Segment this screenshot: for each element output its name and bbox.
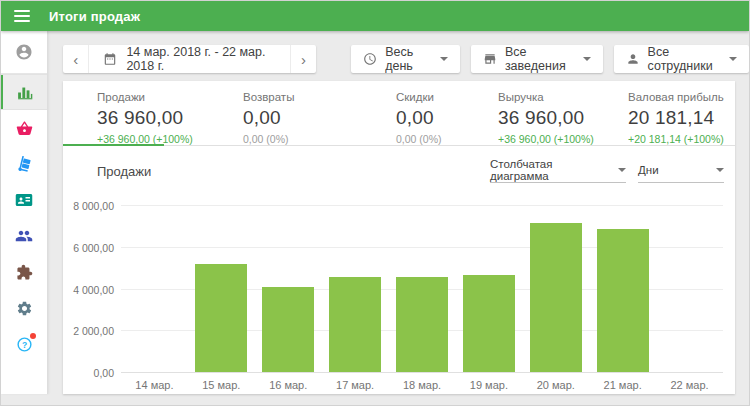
stat-tab-label: Выручка [498, 91, 594, 103]
x-axis-tick-label: 17 мар. [322, 379, 389, 391]
stat-tab-delta: +36 960,00 (+100%) [498, 133, 594, 145]
stat-tab-label: Продажи [97, 91, 209, 103]
prev-period-button[interactable]: ‹ [63, 45, 88, 73]
stat-tab-0[interactable]: Продажи36 960,00+36 960,00 (+100%) [63, 81, 209, 145]
y-axis-tick-label: 2 000,00 [63, 325, 114, 337]
stat-tab-label: Валовая прибыль [628, 91, 735, 103]
stat-tab-delta: +20 181,14 (+100%) [628, 133, 735, 145]
sidebar-item-warehouse[interactable] [1, 146, 47, 182]
employee-filter-label: Все сотрудники [648, 45, 720, 73]
contact-card-icon [15, 191, 33, 209]
person-icon [626, 52, 648, 66]
report-card: Продажи36 960,00+36 960,00 (+100%)Возвра… [63, 81, 735, 394]
stat-tab-1[interactable]: Возвраты0,000,00 (0%) [209, 81, 362, 145]
stat-tab-value: 36 960,00 [498, 107, 594, 129]
stat-tab-delta: 0,00 (0%) [243, 133, 362, 145]
sidebar-item-account[interactable] [1, 31, 47, 74]
filters-toolbar: ‹ 14 мар. 2018 г. - 22 мар. 2018 г. › Ве… [63, 45, 749, 73]
puzzle-icon [15, 263, 33, 281]
notification-badge [30, 333, 36, 339]
time-filter-dropdown[interactable]: Весь день [351, 45, 460, 73]
chart-bar-7 [597, 229, 649, 372]
chart-type-select[interactable]: Столбчатая диаграмма [490, 159, 626, 183]
chevron-down-icon [716, 168, 724, 172]
sidebar-item-settings[interactable] [1, 290, 47, 326]
chart-title: Продажи [97, 164, 151, 179]
chart-bar-1 [195, 264, 247, 372]
basket-icon [15, 119, 33, 137]
stat-tab-4[interactable]: Валовая прибыль20 181,14+20 181,14 (+100… [594, 81, 735, 145]
stat-tab-delta: 0,00 (0%) [396, 133, 464, 145]
venue-filter-label: Все заведения [505, 45, 574, 73]
gear-icon [15, 299, 33, 317]
stat-tab-label: Скидки [396, 91, 464, 103]
chart-bar-6 [530, 223, 582, 372]
chart-bar-4 [396, 277, 448, 372]
bar-chart-icon [15, 83, 33, 101]
x-axis-tick-label: 22 мар. [656, 379, 723, 391]
hand-truck-icon [15, 155, 33, 173]
sidebar-item-staff[interactable] [1, 218, 47, 254]
chevron-down-icon [618, 168, 626, 172]
svg-text:?: ? [21, 339, 26, 349]
page-title: Итоги продаж [49, 9, 140, 24]
x-axis-tick-label: 21 мар. [589, 379, 656, 391]
chevron-down-icon [583, 57, 591, 61]
x-axis-tick-label: 20 мар. [522, 379, 589, 391]
date-range-group: ‹ 14 мар. 2018 г. - 22 мар. 2018 г. › [63, 45, 316, 73]
sidebar: ? [1, 31, 48, 394]
sidebar-item-help[interactable]: ? [1, 326, 47, 362]
chart-bar-2 [262, 287, 314, 372]
stat-tab-label: Возвраты [243, 91, 362, 103]
stat-tab-value: 0,00 [396, 107, 464, 129]
x-axis-tick-label: 15 мар. [188, 379, 255, 391]
stat-tab-2[interactable]: Скидки0,000,00 (0%) [362, 81, 464, 145]
app-header: Итоги продаж [1, 1, 749, 31]
chart-bar-5 [463, 275, 515, 372]
store-icon [483, 52, 505, 66]
gridline [121, 205, 723, 206]
chevron-down-icon [729, 57, 737, 61]
calendar-icon [103, 52, 126, 66]
sidebar-item-statistics[interactable] [1, 74, 47, 110]
venue-filter-dropdown[interactable]: Все заведения [471, 45, 603, 73]
x-axis-tick-label: 19 мар. [455, 379, 522, 391]
interval-value: Дни [638, 164, 659, 176]
sales-bar-chart: 0,002 000,004 000,006 000,008 000,0014 м… [63, 197, 735, 394]
gridline [121, 372, 723, 373]
stat-tab-3[interactable]: Выручка36 960,00+36 960,00 (+100%) [464, 81, 594, 145]
x-axis-tick-label: 18 мар. [389, 379, 456, 391]
stat-tab-delta: +36 960,00 (+100%) [97, 133, 209, 145]
x-axis-tick-label: 14 мар. [121, 379, 188, 391]
stat-tab-value: 36 960,00 [97, 107, 209, 129]
next-period-button[interactable]: › [291, 45, 316, 73]
date-range-label: 14 мар. 2018 г. - 22 мар. 2018 г. [126, 45, 275, 73]
time-filter-label: Весь день [385, 45, 431, 73]
stat-tabs: Продажи36 960,00+36 960,00 (+100%)Возвра… [63, 81, 735, 146]
interval-select[interactable]: Дни [638, 159, 724, 183]
chart-type-value: Столбчатая диаграмма [490, 158, 612, 182]
clock-icon [363, 52, 385, 66]
app-window: Итоги продаж ? ‹ 14 мар. 2018 г. - 22 ма… [0, 0, 750, 406]
date-range-button[interactable]: 14 мар. 2018 г. - 22 мар. 2018 г. [88, 45, 290, 73]
hamburger-icon[interactable] [14, 10, 30, 22]
y-axis-tick-label: 4 000,00 [63, 284, 114, 296]
x-axis-tick-label: 16 мар. [255, 379, 322, 391]
help-icon: ? [15, 335, 33, 353]
chart-bar-3 [329, 277, 381, 372]
stat-tab-value: 20 181,14 [628, 107, 735, 129]
stat-tab-value: 0,00 [243, 107, 362, 129]
sidebar-item-clients[interactable] [1, 182, 47, 218]
chart-header: Продажи Столбчатая диаграмма Дни [63, 146, 735, 197]
employee-filter-dropdown[interactable]: Все сотрудники [614, 45, 749, 73]
people-icon [15, 227, 33, 245]
account-icon [15, 43, 33, 61]
y-axis-tick-label: 8 000,00 [63, 200, 114, 212]
y-axis-tick-label: 6 000,00 [63, 242, 114, 254]
sidebar-item-products[interactable] [1, 110, 47, 146]
y-axis-tick-label: 0,00 [63, 367, 114, 379]
sidebar-item-apps[interactable] [1, 254, 47, 290]
chevron-down-icon [440, 57, 448, 61]
